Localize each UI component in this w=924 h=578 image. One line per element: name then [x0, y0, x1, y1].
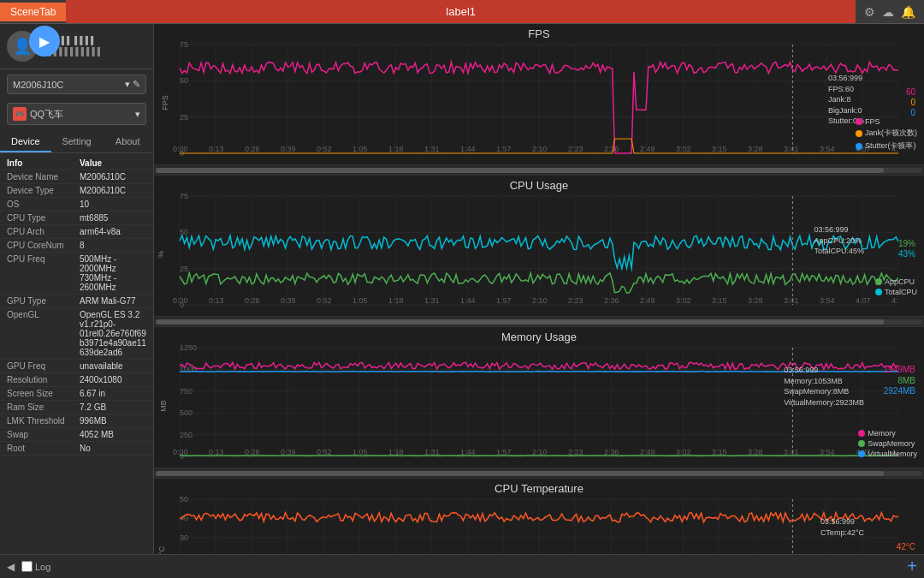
temp-current-ctemp: 42°C [897, 542, 915, 551]
info-row: Device TypeM2006J10C [0, 184, 153, 198]
cpu-chart-section: CPU Usage % 03:56:999AppCPU:20%TotalCPU:… [154, 176, 924, 327]
fps-chart-wrapper: FPS 03:56:999FPS:60Jank:8BigJank:0Stutte… [154, 40, 924, 164]
memory-scrollbar[interactable] [154, 468, 924, 478]
log-checkbox-label[interactable]: Log [21, 561, 50, 572]
bell-icon[interactable]: 🔔 [901, 5, 915, 19]
info-row: CPU Freq500MHz - 2000MHz 730MHz - 2600MH… [0, 253, 153, 295]
info-row: GPU TypeARM Mali-G77 [0, 295, 153, 308]
fps-current-jank: 0 [910, 98, 915, 107]
app-icon: 🎮 [13, 107, 27, 121]
cpu-scrollbar-thumb[interactable] [156, 319, 884, 325]
scene-tab[interactable]: SceneTab [0, 3, 66, 21]
fps-current-fps: 60 [906, 87, 915, 97]
memory-title: Memory Usage [154, 327, 924, 343]
memory-chart-section: Memory Usage MB 03:56:999Memory:1053MBSw… [154, 327, 924, 479]
fps-y-label: FPS [161, 95, 169, 110]
info-row: RootNo [0, 442, 153, 456]
device-selector-arrow: ▾ ✎ [125, 79, 140, 90]
cpu-scrollbar[interactable] [154, 316, 924, 326]
info-row: Swap4052 MB [0, 428, 153, 442]
fps-legend: FPS Jank(卡顿次数) Stutter(卡顿率) [856, 117, 917, 153]
fps-title: FPS [154, 24, 924, 40]
log-checkbox[interactable] [21, 561, 33, 572]
info-row: CPU CoreNum8 [0, 239, 153, 253]
device-selector-value: M2006J10C [13, 80, 63, 90]
cpu-current-total: 43% [898, 249, 915, 259]
info-table: Info Value Device NameM2006J10CDevice Ty… [0, 153, 153, 554]
fps-scrollbar[interactable] [154, 164, 924, 175]
cloud-icon[interactable]: ☁ [882, 5, 894, 19]
fps-current-stutter: 0 [910, 108, 915, 117]
memory-current-mem: 1949MB [884, 365, 915, 374]
fps-canvas [154, 40, 898, 164]
info-row: Resolution2400x1080 [0, 373, 153, 387]
info-header: Info Value [0, 157, 153, 170]
left-panel: 👤 ▌▌ ▌▌▌ ▌▌▌▌ ▌▌▌▌▌▌▌▌▌▌▌ M2006J10C ▾ ✎ … [0, 24, 154, 554]
info-row: Ram Size7.2 GB [0, 401, 153, 414]
memory-legend-mem: Memory [868, 429, 896, 438]
cpu-chart-wrapper: % 03:56:999AppCPU:20%TotalCPU:45% 19% 43… [154, 192, 924, 316]
temp-title: CPU Temperature [154, 479, 924, 495]
tab-about[interactable]: About [102, 132, 153, 152]
cpu-legend: AppCPU TotalCPU [875, 277, 917, 298]
info-row: CPU Archarm64-v8a [0, 225, 153, 239]
back-icon[interactable]: ◀ [7, 561, 15, 573]
label1-title: label1 [66, 0, 856, 23]
cpu-tooltip: 03:56:999AppCPU:20%TotalCPU:45% [814, 224, 864, 257]
memory-y-label: MB [159, 400, 168, 412]
memory-scrollbar-thumb[interactable] [156, 471, 884, 476]
fps-scrollbar-thumb[interactable] [156, 168, 884, 173]
cpu-scrollbar-track [156, 319, 922, 325]
temp-tooltip: 03:56:999CTemp:42°C [820, 516, 864, 538]
fps-legend-fps: FPS [865, 117, 880, 126]
app-selector[interactable]: 🎮 QQ飞车 ▾ [7, 103, 146, 125]
cpu-legend-total: TotalCPU [885, 288, 917, 296]
memory-current-virtual: 2924MB [884, 386, 915, 396]
info-row: Screen Size6.67 in [0, 387, 153, 401]
info-row: LMK Threshold996MB [0, 414, 153, 428]
info-row: OS10 [0, 198, 153, 212]
fps-scrollbar-track [156, 168, 922, 173]
tab-device[interactable]: Device [0, 132, 51, 152]
memory-chart-wrapper: MB 03:56:999Memory:1053MBSwapMemory:8MBV… [154, 343, 924, 468]
temp-chart-section: CPU Temperature °C 03:56:999CTemp:42°C 4… [154, 479, 924, 554]
log-label: Log [35, 562, 50, 572]
tab-setting[interactable]: Setting [51, 132, 103, 152]
temp-canvas [154, 495, 898, 554]
tabs: Device Setting About [0, 132, 153, 153]
cpu-current-app: 19% [898, 239, 915, 248]
play-button[interactable]: ▶ [29, 26, 60, 57]
info-row: OpenGLOpenGL ES 3.2 v1.r21p0-01rel0.26e7… [0, 308, 153, 360]
memory-legend-swap: SwapMemory [868, 439, 915, 448]
settings-icon[interactable]: ⚙ [864, 5, 875, 19]
bottom-bar: ◀ Log + [0, 554, 924, 578]
cpu-title: CPU Usage [154, 176, 924, 192]
charts-area: FPS FPS 03:56:999FPS:60Jank:8BigJank:0St… [154, 24, 924, 554]
fps-legend-jank: Jank(卡顿次数) [865, 128, 917, 139]
info-row: GPU Frequnavailable [0, 360, 153, 373]
memory-legend: Memory SwapMemory VirtualMemory [858, 429, 917, 460]
memory-legend-virtual: VirtualMemory [868, 450, 917, 458]
main-layout: 👤 ▌▌ ▌▌▌ ▌▌▌▌ ▌▌▌▌▌▌▌▌▌▌▌ M2006J10C ▾ ✎ … [0, 24, 924, 554]
info-row: Device NameM2006J10C [0, 170, 153, 184]
app-selector-arrow: ▾ [135, 109, 140, 120]
cpu-canvas [154, 192, 898, 316]
app-selector-value: QQ飞车 [30, 108, 63, 121]
info-row: CPU Typemt6885 [0, 212, 153, 225]
topbar: SceneTab label1 ⚙ ☁ 🔔 [0, 0, 924, 24]
temp-chart-wrapper: °C 03:56:999CTemp:42°C 42°C CTemp [154, 495, 924, 554]
fps-legend-stutter: Stutter(卡顿率) [865, 140, 916, 152]
cpu-y-label: % [157, 250, 165, 257]
topbar-icons: ⚙ ☁ 🔔 [856, 5, 924, 19]
plus-button[interactable]: + [907, 557, 917, 576]
device-selector[interactable]: M2006J10C ▾ ✎ [7, 74, 146, 94]
temp-y-label: °C [157, 546, 166, 554]
memory-current-swap: 8MB [897, 376, 915, 385]
fps-chart-section: FPS FPS 03:56:999FPS:60Jank:8BigJank:0St… [154, 24, 924, 176]
cpu-legend-app: AppCPU [885, 277, 915, 286]
avatar-area: 👤 ▌▌ ▌▌▌ ▌▌▌▌ ▌▌▌▌▌▌▌▌▌▌▌ [0, 24, 153, 69]
memory-scrollbar-track [156, 471, 922, 476]
memory-tooltip: 03:56:999Memory:1053MBSwapMemory:8MBVirt… [784, 365, 864, 408]
